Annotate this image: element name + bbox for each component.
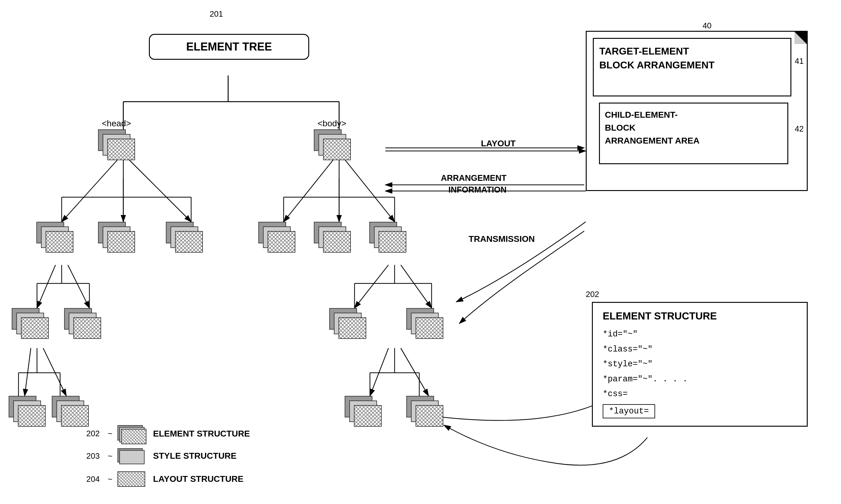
head-l2-mid-layout [107,231,135,253]
svg-line-38 [68,265,89,308]
svg-line-47 [401,348,428,396]
child-element-inner-box-42: CHILD-ELEMENT-BLOCKARRANGEMENT AREA [599,103,788,164]
ref-42-label: 42 [795,124,804,134]
layout-label: LAYOUT [481,139,516,148]
child-element-label: CHILD-ELEMENT-BLOCKARRANGEMENT AREA [605,108,783,147]
legend-item-203: 203 ~ STYLE STRUCTURE [86,448,236,464]
body-l2-m-layout [323,231,351,253]
head-label: <head> [102,119,131,128]
element-structure-box: ELEMENT STRUCTURE *id="~" *class="~" *st… [592,302,808,427]
svg-line-34 [62,160,117,222]
legend-item-202: 202 ~ ELEMENT STRUCTURE [86,425,250,442]
head-l4-l-layout [18,405,46,427]
head-l3-ll-layout [21,317,49,339]
head-l2-left-layout [46,231,73,253]
layout-field-box: *layout= [603,404,655,418]
element-tree-box: ELEMENT TREE [149,34,309,60]
legend-item-204: 204 ~ LAYOUT STRUCTURE [86,471,244,487]
svg-line-45 [401,265,432,308]
body-l2-l-layout [268,231,295,253]
svg-line-37 [37,265,55,308]
ref-41-label: 41 [795,56,804,66]
arrangement-info-label: ARRANGEMENTINFORMATION [441,173,507,196]
body-label: <body> [317,119,346,128]
legend-204-ref: 204 [86,474,100,484]
svg-line-43 [345,160,395,222]
elem-struct-fields: *id="~" *class="~" *style="~" *param="~"… [603,327,797,402]
head-l4-r-layout [61,405,89,427]
target-element-label: TARGET-ELEMENTBLOCK ARRANGEMENT [599,44,785,72]
body-layout-block [323,139,351,160]
body-l4-r-layout [416,405,443,427]
body-l2-r-layout [379,231,406,253]
svg-line-39 [25,348,31,396]
diagram: 201 ELEMENT TREE <head> <body> [0,0,841,504]
svg-line-36 [129,160,191,222]
head-l2-right-layout [175,231,203,253]
body-l4-l-layout [354,405,382,427]
transmission-label: TRANSMISSION [469,234,535,244]
body-l3-r-layout [416,317,443,339]
head-l3-lr-layout [73,317,101,339]
ref-40: 40 [703,21,712,31]
target-element-outer-box: TARGET-ELEMENTBLOCK ARRANGEMENT 41 CHILD… [586,31,808,191]
svg-line-40 [43,348,66,396]
target-element-inner-box-41: TARGET-ELEMENTBLOCK ARRANGEMENT [593,38,791,96]
legend-style-text: STYLE STRUCTURE [153,451,237,461]
body-l3-l-layout [338,317,366,339]
svg-line-46 [370,348,388,396]
legend-layout-text: LAYOUT STRUCTURE [153,474,244,484]
elem-struct-title: ELEMENT STRUCTURE [603,310,797,322]
page-fold [794,32,807,44]
svg-line-41 [284,160,333,222]
legend-elem-text: ELEMENT STRUCTURE [153,429,250,439]
svg-line-44 [354,265,388,308]
ref-202: 202 [586,290,599,299]
element-tree-label: ELEMENT TREE [186,40,272,53]
ref-201: 201 [210,9,223,19]
legend-202-ref: 202 [86,429,100,438]
head-layout-block [107,139,135,160]
legend-203-ref: 203 [86,451,100,461]
